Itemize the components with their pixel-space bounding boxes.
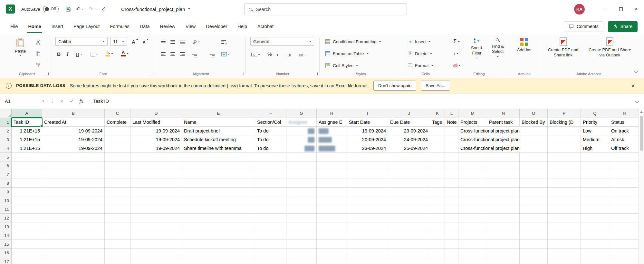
save-as-button[interactable]: Save As... xyxy=(421,81,450,91)
cell-E7[interactable] xyxy=(182,170,255,179)
cell-O2[interactable] xyxy=(520,127,548,135)
cell-O12[interactable] xyxy=(520,214,548,222)
cell-H3[interactable]: ████ xyxy=(317,135,347,144)
cell-L8[interactable] xyxy=(445,179,458,188)
cell-L11[interactable] xyxy=(445,205,458,214)
cell-P9[interactable] xyxy=(548,188,581,196)
cell-G8[interactable] xyxy=(286,179,317,188)
cell-L7[interactable] xyxy=(445,170,458,179)
tab-home[interactable]: Home xyxy=(23,18,46,35)
cell-G11[interactable] xyxy=(286,205,317,214)
cell-M10[interactable] xyxy=(458,196,487,205)
cell-K16[interactable] xyxy=(430,249,445,257)
cell-C3[interactable] xyxy=(105,135,130,144)
cell-O4[interactable] xyxy=(520,144,548,153)
cell-M12[interactable] xyxy=(458,214,487,222)
cell-P12[interactable] xyxy=(548,214,581,222)
dont-show-again-button[interactable]: Don't show again xyxy=(373,81,416,91)
cell-K8[interactable] xyxy=(430,179,445,188)
cell-M11[interactable] xyxy=(458,205,487,214)
close-button[interactable]: × xyxy=(629,0,644,18)
cell-F14[interactable] xyxy=(255,231,286,240)
cell-G10[interactable] xyxy=(286,196,317,205)
cell-L9[interactable] xyxy=(445,188,458,196)
cell-H16[interactable] xyxy=(317,249,347,257)
cell-D8[interactable] xyxy=(130,179,182,188)
cell-J2[interactable]: 23-09-2024 xyxy=(388,127,430,135)
cell-I9[interactable] xyxy=(347,188,388,196)
cell-O13[interactable] xyxy=(520,222,548,231)
format-cells-button[interactable]: Format xyxy=(406,61,435,70)
cell-K7[interactable] xyxy=(430,170,445,179)
insert-cells-button[interactable]: Insert xyxy=(406,37,432,46)
cell-K13[interactable] xyxy=(430,222,445,231)
row-header-17[interactable]: 17 xyxy=(0,257,12,264)
row-header-13[interactable]: 13 xyxy=(0,222,12,231)
cell-G16[interactable] xyxy=(286,249,317,257)
cell-B12[interactable] xyxy=(42,214,105,222)
cell-B4[interactable]: 19-09-2024 xyxy=(42,144,105,153)
row-header-8[interactable]: 8 xyxy=(0,179,12,188)
cell-A11[interactable] xyxy=(12,205,42,214)
cell-H4[interactable]: █████ xyxy=(317,144,347,153)
cell-P14[interactable] xyxy=(548,231,581,240)
cell-A4[interactable]: 1.21E+15 xyxy=(12,144,42,153)
cell-D14[interactable] xyxy=(130,231,182,240)
cell-B16[interactable] xyxy=(42,249,105,257)
cell-C11[interactable] xyxy=(105,205,130,214)
cell-D9[interactable] xyxy=(130,188,182,196)
cell-J7[interactable] xyxy=(388,170,430,179)
cell-E9[interactable] xyxy=(182,188,255,196)
cell-G4[interactable]: ███ xyxy=(286,144,317,153)
formula-bar-expand-icon[interactable] xyxy=(635,99,639,103)
cell-R9[interactable] xyxy=(609,188,640,196)
cell-R15[interactable] xyxy=(609,240,640,249)
cell-Q2[interactable]: Low xyxy=(581,127,609,135)
column-header-d[interactable]: D xyxy=(130,109,182,118)
underline-button[interactable]: U xyxy=(75,50,83,58)
cell-L10[interactable] xyxy=(445,196,458,205)
cell-E16[interactable] xyxy=(182,249,255,257)
cell-F8[interactable] xyxy=(255,179,286,188)
cell-F1[interactable]: Section/Col xyxy=(255,118,286,127)
row-header-12[interactable]: 12 xyxy=(0,214,12,222)
cell-N10[interactable] xyxy=(487,196,520,205)
cell-A10[interactable] xyxy=(12,196,42,205)
borders-button[interactable] xyxy=(90,50,99,58)
cell-M13[interactable] xyxy=(458,222,487,231)
cell-O7[interactable] xyxy=(520,170,548,179)
tab-developer[interactable]: Developer xyxy=(201,18,232,35)
cell-D13[interactable] xyxy=(130,222,182,231)
cell-N7[interactable] xyxy=(487,170,520,179)
align-middle-button[interactable] xyxy=(169,38,176,46)
increase-font-size-button[interactable]: A xyxy=(131,37,139,46)
cell-A7[interactable] xyxy=(12,170,42,179)
cell-B9[interactable] xyxy=(42,188,105,196)
comma-style-button[interactable]: , xyxy=(275,49,279,57)
cell-Q16[interactable] xyxy=(581,249,609,257)
cell-J3[interactable]: 24-09-2024 xyxy=(388,135,430,144)
clipboard-dialog-launcher-icon[interactable] xyxy=(46,73,49,75)
cell-N16[interactable] xyxy=(487,249,520,257)
cell-N12[interactable] xyxy=(487,214,520,222)
cell-Q10[interactable] xyxy=(581,196,609,205)
row-header-1[interactable]: 1 xyxy=(0,118,12,127)
cell-E8[interactable] xyxy=(182,179,255,188)
tab-view[interactable]: View xyxy=(180,18,201,35)
cell-J10[interactable] xyxy=(388,196,430,205)
cell-D6[interactable] xyxy=(130,161,182,170)
cell-H6[interactable] xyxy=(317,161,347,170)
sort-filter-button[interactable]: AZ Sort & Filter xyxy=(466,37,487,59)
cell-P13[interactable] xyxy=(548,222,581,231)
cell-I5[interactable] xyxy=(347,153,388,161)
name-box[interactable]: A1 xyxy=(0,93,48,109)
cell-I8[interactable] xyxy=(347,179,388,188)
column-header-p[interactable]: P xyxy=(548,109,581,118)
cell-I10[interactable] xyxy=(347,196,388,205)
column-header-a[interactable]: A xyxy=(12,109,42,118)
cell-I16[interactable] xyxy=(347,249,388,257)
cell-R7[interactable] xyxy=(609,170,640,179)
copy-button[interactable] xyxy=(35,49,42,58)
cell-O17[interactable] xyxy=(520,257,548,264)
cell-M5[interactable] xyxy=(458,153,487,161)
